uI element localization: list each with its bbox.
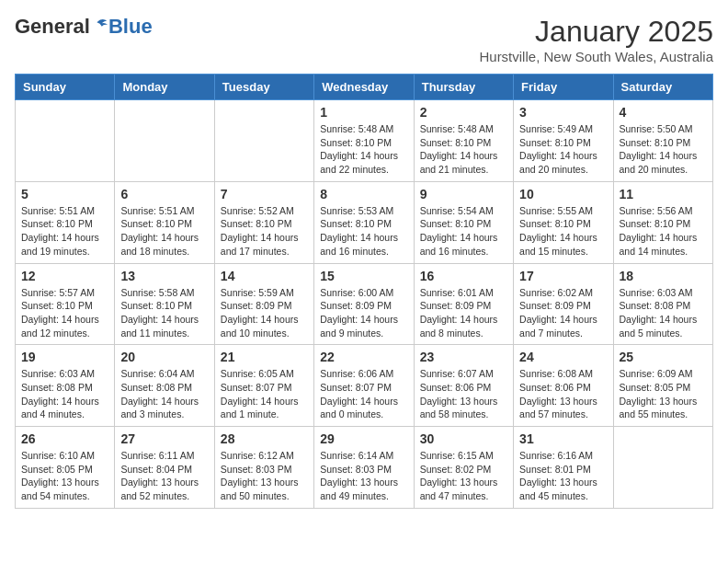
day-info: Sunrise: 6:14 AM Sunset: 8:03 PM Dayligh…	[320, 449, 407, 503]
day-info: Sunrise: 6:11 AM Sunset: 8:04 PM Dayligh…	[120, 449, 208, 503]
day-number: 7	[221, 187, 308, 201]
logo-blue: Blue	[108, 15, 153, 39]
day-info: Sunrise: 6:03 AM Sunset: 8:08 PM Dayligh…	[620, 286, 707, 340]
logo: General Blue	[15, 15, 153, 39]
calendar-day-21: 21Sunrise: 6:05 AM Sunset: 8:07 PM Dayli…	[214, 345, 313, 427]
day-info: Sunrise: 5:57 AM Sunset: 8:10 PM Dayligh…	[21, 286, 108, 340]
calendar-empty-cell	[16, 100, 115, 182]
day-info: Sunrise: 5:54 AM Sunset: 8:10 PM Dayligh…	[420, 204, 507, 259]
calendar-day-30: 30Sunrise: 6:15 AM Sunset: 8:02 PM Dayli…	[414, 427, 513, 509]
day-info: Sunrise: 5:56 AM Sunset: 8:10 PM Dayligh…	[620, 204, 707, 259]
day-number: 9	[420, 187, 507, 201]
day-number: 28	[221, 431, 308, 446]
day-info: Sunrise: 5:48 AM Sunset: 8:10 PM Dayligh…	[320, 122, 407, 177]
calendar-day-25: 25Sunrise: 6:09 AM Sunset: 8:05 PM Dayli…	[613, 345, 712, 427]
day-info: Sunrise: 6:16 AM Sunset: 8:01 PM Dayligh…	[519, 449, 607, 503]
day-info: Sunrise: 6:01 AM Sunset: 8:09 PM Dayligh…	[420, 286, 507, 340]
day-info: Sunrise: 5:50 AM Sunset: 8:10 PM Dayligh…	[620, 122, 707, 177]
calendar-day-11: 11Sunrise: 5:56 AM Sunset: 8:10 PM Dayli…	[613, 181, 712, 263]
day-number: 24	[519, 350, 607, 364]
calendar-week-row: 1Sunrise: 5:48 AM Sunset: 8:10 PM Daylig…	[16, 100, 713, 182]
calendar-week-row: 5Sunrise: 5:51 AM Sunset: 8:10 PM Daylig…	[16, 181, 713, 263]
day-number: 26	[21, 431, 108, 446]
day-number: 3	[519, 105, 607, 120]
calendar-day-9: 9Sunrise: 5:54 AM Sunset: 8:10 PM Daylig…	[414, 181, 513, 263]
day-info: Sunrise: 5:51 AM Sunset: 8:10 PM Dayligh…	[120, 204, 208, 259]
logo-general: General	[15, 15, 108, 39]
header-monday: Monday	[115, 75, 214, 100]
calendar-day-13: 13Sunrise: 5:58 AM Sunset: 8:10 PM Dayli…	[115, 263, 214, 345]
calendar-week-row: 12Sunrise: 5:57 AM Sunset: 8:10 PM Dayli…	[16, 263, 713, 345]
calendar-table: SundayMondayTuesdayWednesdayThursdayFrid…	[15, 74, 713, 509]
day-number: 27	[120, 431, 208, 446]
calendar-day-18: 18Sunrise: 6:03 AM Sunset: 8:08 PM Dayli…	[613, 263, 712, 345]
calendar-day-19: 19Sunrise: 6:03 AM Sunset: 8:08 PM Dayli…	[16, 345, 115, 427]
calendar-day-5: 5Sunrise: 5:51 AM Sunset: 8:10 PM Daylig…	[16, 181, 115, 263]
day-info: Sunrise: 6:04 AM Sunset: 8:08 PM Dayligh…	[120, 367, 208, 421]
day-info: Sunrise: 5:52 AM Sunset: 8:10 PM Dayligh…	[221, 204, 308, 259]
header-saturday: Saturday	[613, 75, 712, 100]
calendar-day-31: 31Sunrise: 6:16 AM Sunset: 8:01 PM Dayli…	[514, 427, 613, 509]
day-info: Sunrise: 6:08 AM Sunset: 8:06 PM Dayligh…	[519, 367, 607, 421]
day-number: 23	[420, 350, 507, 364]
day-info: Sunrise: 5:49 AM Sunset: 8:10 PM Dayligh…	[519, 122, 607, 177]
calendar-day-7: 7Sunrise: 5:52 AM Sunset: 8:10 PM Daylig…	[214, 181, 313, 263]
location: Hurstville, New South Wales, Australia	[479, 49, 713, 64]
day-number: 17	[519, 269, 607, 283]
calendar-day-10: 10Sunrise: 5:55 AM Sunset: 8:10 PM Dayli…	[514, 181, 613, 263]
day-info: Sunrise: 5:51 AM Sunset: 8:10 PM Dayligh…	[21, 204, 108, 259]
day-info: Sunrise: 5:55 AM Sunset: 8:10 PM Dayligh…	[519, 204, 607, 259]
calendar-day-2: 2Sunrise: 5:48 AM Sunset: 8:10 PM Daylig…	[414, 100, 513, 182]
day-info: Sunrise: 6:07 AM Sunset: 8:06 PM Dayligh…	[420, 367, 507, 421]
calendar-day-16: 16Sunrise: 6:01 AM Sunset: 8:09 PM Dayli…	[414, 263, 513, 345]
day-number: 12	[21, 269, 108, 283]
calendar-day-29: 29Sunrise: 6:14 AM Sunset: 8:03 PM Dayli…	[314, 427, 414, 509]
day-number: 6	[120, 187, 208, 201]
day-number: 21	[221, 350, 308, 364]
calendar-day-1: 1Sunrise: 5:48 AM Sunset: 8:10 PM Daylig…	[314, 100, 414, 182]
day-number: 5	[21, 187, 108, 201]
calendar-day-4: 4Sunrise: 5:50 AM Sunset: 8:10 PM Daylig…	[613, 100, 712, 182]
calendar-empty-cell	[214, 100, 313, 182]
header-wednesday: Wednesday	[314, 75, 414, 100]
calendar-day-27: 27Sunrise: 6:11 AM Sunset: 8:04 PM Dayli…	[115, 427, 214, 509]
day-info: Sunrise: 5:59 AM Sunset: 8:09 PM Dayligh…	[221, 286, 308, 340]
calendar-day-12: 12Sunrise: 5:57 AM Sunset: 8:10 PM Dayli…	[16, 263, 115, 345]
calendar-day-14: 14Sunrise: 5:59 AM Sunset: 8:09 PM Dayli…	[214, 263, 313, 345]
header-sunday: Sunday	[16, 75, 115, 100]
day-number: 14	[221, 269, 308, 283]
day-number: 8	[320, 187, 407, 201]
day-number: 4	[620, 105, 707, 120]
calendar-day-22: 22Sunrise: 6:06 AM Sunset: 8:07 PM Dayli…	[314, 345, 414, 427]
day-info: Sunrise: 6:12 AM Sunset: 8:03 PM Dayligh…	[221, 449, 308, 503]
day-number: 18	[620, 269, 707, 283]
day-number: 2	[420, 105, 507, 120]
day-info: Sunrise: 6:03 AM Sunset: 8:08 PM Dayligh…	[21, 367, 108, 421]
calendar-day-20: 20Sunrise: 6:04 AM Sunset: 8:08 PM Dayli…	[115, 345, 214, 427]
calendar-day-26: 26Sunrise: 6:10 AM Sunset: 8:05 PM Dayli…	[16, 427, 115, 509]
header-tuesday: Tuesday	[214, 75, 313, 100]
day-number: 1	[320, 105, 407, 120]
day-info: Sunrise: 6:15 AM Sunset: 8:02 PM Dayligh…	[420, 449, 507, 503]
day-number: 22	[320, 350, 407, 364]
day-number: 13	[120, 269, 208, 283]
calendar-day-23: 23Sunrise: 6:07 AM Sunset: 8:06 PM Dayli…	[414, 345, 513, 427]
day-info: Sunrise: 5:58 AM Sunset: 8:10 PM Dayligh…	[120, 286, 208, 340]
calendar-day-8: 8Sunrise: 5:53 AM Sunset: 8:10 PM Daylig…	[314, 181, 414, 263]
day-info: Sunrise: 5:48 AM Sunset: 8:10 PM Dayligh…	[420, 122, 507, 177]
calendar-day-15: 15Sunrise: 6:00 AM Sunset: 8:09 PM Dayli…	[314, 263, 414, 345]
day-number: 20	[120, 350, 208, 364]
day-info: Sunrise: 6:10 AM Sunset: 8:05 PM Dayligh…	[21, 449, 108, 503]
day-info: Sunrise: 5:53 AM Sunset: 8:10 PM Dayligh…	[320, 204, 407, 259]
calendar-empty-cell	[115, 100, 214, 182]
day-number: 15	[320, 269, 407, 283]
day-info: Sunrise: 6:00 AM Sunset: 8:09 PM Dayligh…	[320, 286, 407, 340]
day-number: 16	[420, 269, 507, 283]
calendar-header-row: SundayMondayTuesdayWednesdayThursdayFrid…	[16, 75, 713, 100]
day-info: Sunrise: 6:06 AM Sunset: 8:07 PM Dayligh…	[320, 367, 407, 421]
day-info: Sunrise: 6:02 AM Sunset: 8:09 PM Dayligh…	[519, 286, 607, 340]
header-thursday: Thursday	[414, 75, 513, 100]
calendar-day-6: 6Sunrise: 5:51 AM Sunset: 8:10 PM Daylig…	[115, 181, 214, 263]
day-number: 19	[21, 350, 108, 364]
day-info: Sunrise: 6:05 AM Sunset: 8:07 PM Dayligh…	[221, 367, 308, 421]
